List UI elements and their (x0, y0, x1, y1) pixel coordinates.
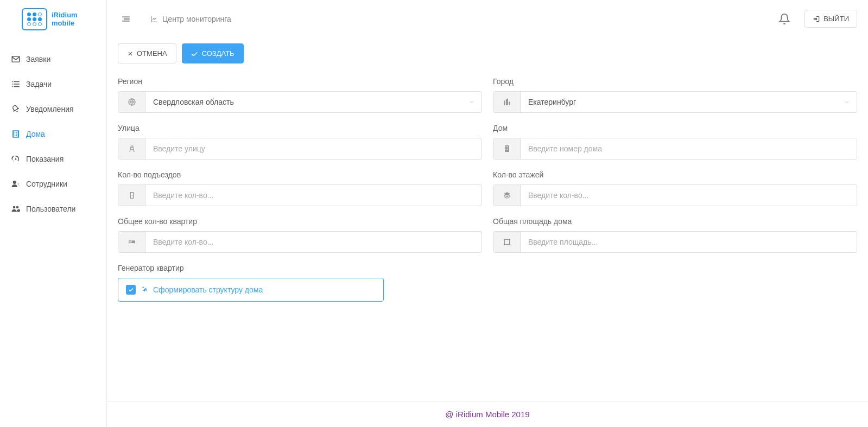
logout-button[interactable]: ВЫЙТИ (804, 10, 857, 28)
topbar: Центр мониторинга ВЫЙТИ (107, 0, 868, 38)
menu-toggle-button[interactable] (118, 11, 134, 27)
svg-point-5 (509, 244, 510, 245)
logout-label: ВЫЙТИ (823, 15, 849, 23)
field-label: Кол-во подъездов (118, 170, 482, 179)
footer-text: @ iRidium Mobile 2019 (445, 410, 529, 419)
generator-box[interactable]: Сформировать структуру дома (118, 278, 384, 302)
close-icon (127, 50, 134, 57)
logout-icon (813, 15, 820, 23)
floors-input[interactable] (521, 185, 857, 206)
street-input[interactable] (145, 138, 481, 159)
notifications-button[interactable] (775, 10, 794, 28)
sidebar: iRidium mobile Заявки Задачи (0, 0, 107, 427)
breadcrumb-text: Центр мониторинга (162, 15, 231, 23)
entrances-input[interactable] (145, 185, 481, 206)
field-apartments: Общее кол-во квартир (118, 217, 482, 253)
field-city: Город Екатеринбург (493, 77, 857, 113)
door-icon (118, 185, 145, 206)
field-region: Регион Свердловская область (118, 77, 482, 113)
check-double-icon (191, 50, 199, 58)
house-input[interactable] (521, 138, 857, 159)
sidebar-item-notifications[interactable]: Уведомления (0, 97, 106, 122)
globe-icon (118, 92, 145, 112)
sidebar-item-readings[interactable]: Показания (0, 146, 106, 171)
field-label: Регион (118, 77, 482, 86)
logo-icon (22, 8, 47, 30)
field-street: Улица (118, 124, 482, 160)
breadcrumb[interactable]: Центр мониторинга (150, 15, 231, 23)
field-floors: Кол-во этажей (493, 170, 857, 206)
city-value: Екатеринбург (521, 92, 837, 112)
field-label: Улица (118, 124, 482, 132)
city-icon (493, 92, 521, 112)
region-value: Свердловская область (145, 92, 462, 112)
users-icon (11, 204, 21, 214)
sidebar-item-requests[interactable]: Заявки (0, 47, 106, 72)
sidebar-item-label: Заявки (26, 55, 50, 63)
generator-section: Генератор квартир Сформировать структуру… (118, 264, 857, 302)
chart-icon (150, 15, 158, 23)
field-label: Город (493, 77, 857, 86)
action-bar: ОТМЕНА СОЗДАТЬ (118, 43, 857, 63)
chevron-down-icon (462, 92, 481, 112)
create-label: СОЗДАТЬ (202, 49, 235, 58)
bullhorn-icon (11, 104, 21, 114)
footer: @ iRidium Mobile 2019 (107, 401, 868, 427)
sidebar-item-users[interactable]: Пользователи (0, 196, 106, 221)
field-label: Общая площадь дома (493, 217, 857, 226)
sidebar-item-label: Задачи (26, 80, 52, 88)
form: Регион Свердловская область Город (118, 77, 857, 253)
svg-rect-1 (504, 239, 509, 244)
svg-point-4 (504, 244, 505, 245)
city-select[interactable]: Екатеринбург (493, 91, 857, 113)
sidebar-item-label: Сотрудники (26, 180, 67, 188)
logo[interactable]: iRidium mobile (0, 0, 106, 41)
generator-label: Генератор квартир (118, 264, 857, 272)
field-entrances: Кол-во подъездов (118, 170, 482, 206)
apartments-input[interactable] (145, 232, 481, 252)
cancel-button[interactable]: ОТМЕНА (118, 43, 176, 63)
layers-icon (493, 185, 521, 206)
list-check-icon (11, 79, 21, 89)
field-label: Общее кол-во квартир (118, 217, 482, 226)
svg-point-2 (504, 239, 505, 240)
sidebar-item-employees[interactable]: Сотрудники (0, 171, 106, 196)
generator-text: Сформировать структуру дома (153, 285, 263, 294)
user-gear-icon (11, 179, 21, 189)
logo-text: iRidium mobile (52, 11, 78, 27)
sidebar-item-tasks[interactable]: Задачи (0, 72, 106, 97)
cancel-label: ОТМЕНА (137, 49, 167, 58)
area-input[interactable] (521, 232, 857, 252)
chevron-down-icon (837, 92, 857, 112)
sidebar-item-houses[interactable]: Дома (0, 122, 106, 146)
gauge-icon (11, 154, 21, 164)
content: ОТМЕНА СОЗДАТЬ Регион (107, 38, 868, 401)
magic-wand-icon (141, 286, 149, 294)
square-icon (493, 232, 521, 252)
region-select[interactable]: Свердловская область (118, 91, 482, 113)
building-icon (493, 138, 521, 159)
building-icon (11, 129, 21, 139)
field-area: Общая площадь дома (493, 217, 857, 253)
field-label: Дом (493, 124, 857, 132)
road-icon (118, 138, 145, 159)
sidebar-item-label: Дома (26, 130, 45, 138)
generator-checkbox[interactable] (126, 285, 136, 295)
sidebar-item-label: Уведомления (26, 105, 74, 113)
bed-icon (118, 232, 145, 252)
svg-point-3 (509, 239, 510, 240)
nav: Заявки Задачи Уведомления Дома (0, 41, 106, 227)
field-house: Дом (493, 124, 857, 160)
field-label: Кол-во этажей (493, 170, 857, 179)
envelope-icon (11, 54, 21, 64)
create-button[interactable]: СОЗДАТЬ (182, 43, 244, 63)
sidebar-item-label: Пользователи (26, 205, 75, 213)
sidebar-item-label: Показания (26, 155, 64, 163)
